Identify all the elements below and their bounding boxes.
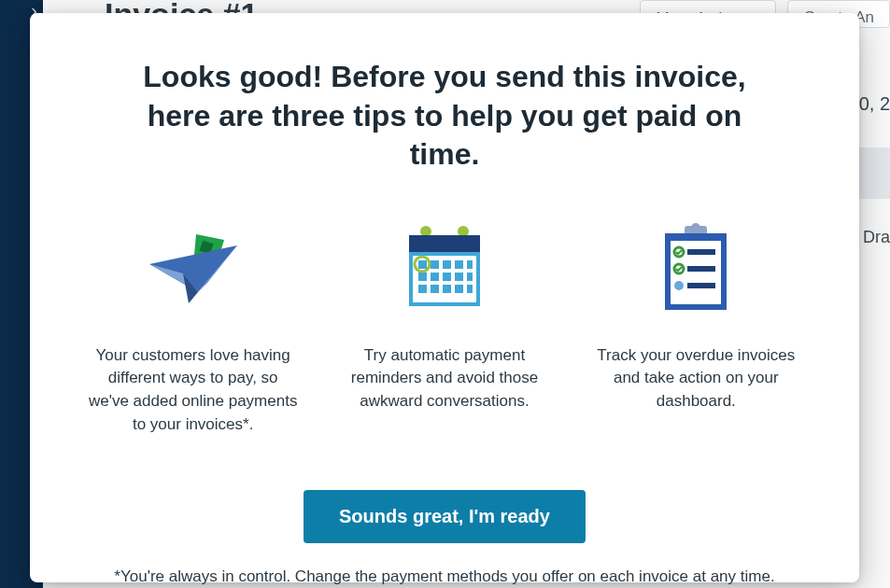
tip-text: Try automatic payment reminders and avoi… (337, 344, 551, 413)
svg-rect-36 (687, 283, 715, 288)
svg-rect-19 (455, 273, 463, 281)
svg-rect-24 (455, 285, 463, 293)
tip-text: Your customers love having different way… (86, 344, 300, 437)
svg-rect-21 (418, 285, 427, 293)
tip-payment-reminders: Try automatic payment reminders and avoi… (337, 217, 551, 437)
svg-rect-15 (467, 260, 473, 269)
svg-rect-32 (687, 249, 715, 255)
svg-rect-17 (431, 273, 439, 281)
svg-rect-18 (443, 273, 451, 281)
svg-point-35 (674, 281, 684, 290)
svg-rect-20 (467, 273, 473, 281)
svg-rect-12 (431, 260, 439, 269)
paper-plane-money-icon (137, 217, 249, 320)
modal-title: Looks good! Before you send this invoice… (118, 58, 771, 175)
svg-rect-8 (409, 235, 480, 252)
svg-rect-11 (418, 260, 427, 269)
calendar-icon (388, 217, 501, 320)
modal-footnote: *You're always in control. Change the pa… (114, 567, 774, 586)
svg-rect-14 (455, 260, 463, 269)
first-invoice-tips-modal: Looks good! Before you send this invoice… (30, 13, 859, 582)
sounds-great-button[interactable]: Sounds great, I'm ready (304, 490, 586, 543)
tip-online-payments: Your customers love having different way… (86, 217, 300, 437)
svg-rect-22 (431, 285, 439, 293)
svg-rect-13 (443, 260, 451, 269)
tips-row: Your customers love having different way… (86, 217, 803, 437)
invoice-status-fragment: Dra (863, 228, 890, 247)
tip-text: Track your overdue invoices and take act… (589, 344, 803, 413)
svg-rect-25 (467, 285, 473, 293)
svg-rect-23 (443, 285, 451, 293)
invoice-date-fragment: 0, 2 (859, 93, 890, 115)
tip-track-overdue: Track your overdue invoices and take act… (589, 217, 803, 437)
svg-point-28 (691, 223, 700, 232)
clipboard-checklist-icon (640, 217, 752, 320)
svg-rect-34 (687, 266, 715, 272)
svg-rect-16 (418, 273, 427, 281)
